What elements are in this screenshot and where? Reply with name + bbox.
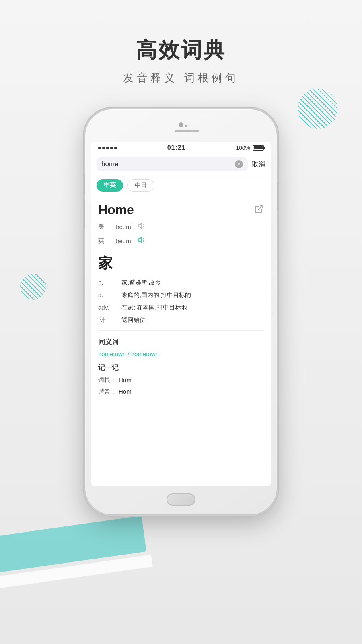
- search-input[interactable]: home: [101, 160, 232, 168]
- divider-1: [98, 330, 264, 331]
- deco-circle-teal: [298, 89, 338, 129]
- status-time: 01:21: [167, 144, 186, 151]
- svg-marker-2: [138, 237, 142, 243]
- app-subtitle: 发音释义 词根例句: [0, 71, 362, 85]
- us-pron-text: [heum]: [114, 223, 133, 230]
- root-row: 词根： Hom: [98, 376, 264, 384]
- definition-row-2: adv. 在家; 在本国,打中目标地: [98, 304, 264, 312]
- battery-icon: [253, 145, 264, 151]
- app-title: 高效词典: [0, 36, 362, 64]
- tab-chinese-japanese-label: 中日: [135, 182, 147, 188]
- uk-label: 英: [98, 237, 109, 245]
- signal-dot-4: [110, 147, 113, 149]
- share-icon[interactable]: [254, 204, 264, 216]
- cancel-button[interactable]: 取消: [252, 160, 265, 169]
- signal-dot-2: [102, 147, 105, 149]
- search-clear-button[interactable]: ×: [235, 160, 243, 168]
- def-text-2: 在家; 在本国,打中目标地: [121, 304, 187, 312]
- tab-chinese-english[interactable]: 中英: [97, 179, 123, 192]
- tab-chinese-english-label: 中英: [104, 181, 116, 188]
- us-sound-icon[interactable]: [138, 221, 146, 232]
- uk-sound-icon[interactable]: [138, 235, 146, 246]
- definition-row-1: a. 家庭的,国内的,打中目标的: [98, 291, 264, 299]
- tab-selector: 中英 中日: [91, 175, 271, 196]
- power-button: [277, 182, 279, 210]
- status-bar: 01:21 100%: [91, 142, 271, 154]
- speaker: [175, 130, 199, 132]
- signal-dot-1: [98, 147, 101, 149]
- word-header: Home: [98, 202, 264, 217]
- signal-indicator: [98, 147, 117, 149]
- def-text-3: 返回始位: [121, 316, 146, 324]
- dict-content: Home 美 [heum]: [91, 196, 271, 486]
- root-label: 词根：: [98, 376, 116, 384]
- title-area: 高效词典 发音释义 词根例句: [0, 36, 362, 85]
- battery-percentage: 100%: [236, 144, 250, 151]
- earpiece: [185, 125, 187, 127]
- front-camera: [179, 122, 183, 127]
- clear-icon: ×: [237, 161, 240, 167]
- def-text-0: 家,避难所,故乡: [121, 279, 161, 287]
- def-pos-3: [计]: [98, 316, 117, 324]
- search-input-wrap[interactable]: home ×: [97, 157, 248, 171]
- chinese-char: 家: [98, 254, 264, 273]
- signal-dot-3: [106, 147, 109, 149]
- definition-row-3: [计] 返回始位: [98, 316, 264, 324]
- sound-row: 谐音： Hom: [98, 388, 264, 396]
- status-right: 100%: [236, 144, 264, 151]
- uk-pronunciation-row: 英 [heum]: [98, 235, 264, 246]
- synonyms-title: 同义词: [98, 337, 264, 347]
- phone-frame: 01:21 100% home × 取消 中英: [84, 109, 278, 515]
- phone-screen: 01:21 100% home × 取消 中英: [91, 142, 271, 486]
- us-label: 美: [98, 223, 109, 231]
- sound-label: 谐音：: [98, 388, 116, 396]
- def-pos-0: n.: [98, 279, 117, 287]
- def-pos-2: adv.: [98, 304, 117, 312]
- def-pos-1: a.: [98, 291, 117, 299]
- signal-dot-5: [114, 147, 117, 149]
- uk-pron-text: [heum]: [114, 237, 133, 244]
- sound-value: Hom: [119, 388, 132, 396]
- svg-marker-1: [138, 223, 142, 229]
- definition-row-0: n. 家,避难所,故乡: [98, 279, 264, 287]
- tab-chinese-japanese[interactable]: 中日: [127, 179, 154, 192]
- search-bar-container: home × 取消: [91, 154, 271, 175]
- svg-line-0: [258, 205, 263, 210]
- home-button[interactable]: [167, 493, 195, 506]
- battery-fill: [254, 146, 263, 149]
- root-value: Hom: [119, 376, 132, 384]
- synonyms-text[interactable]: hometown / hometown: [98, 351, 264, 357]
- memory-title: 记一记: [98, 363, 264, 372]
- volume-down-button: [83, 200, 85, 228]
- deco-circle-small: [20, 274, 46, 300]
- volume-up-button: [83, 174, 85, 194]
- us-pronunciation-row: 美 [heum]: [98, 221, 264, 232]
- word-main: Home: [98, 202, 134, 217]
- def-text-1: 家庭的,国内的,打中目标的: [121, 291, 191, 299]
